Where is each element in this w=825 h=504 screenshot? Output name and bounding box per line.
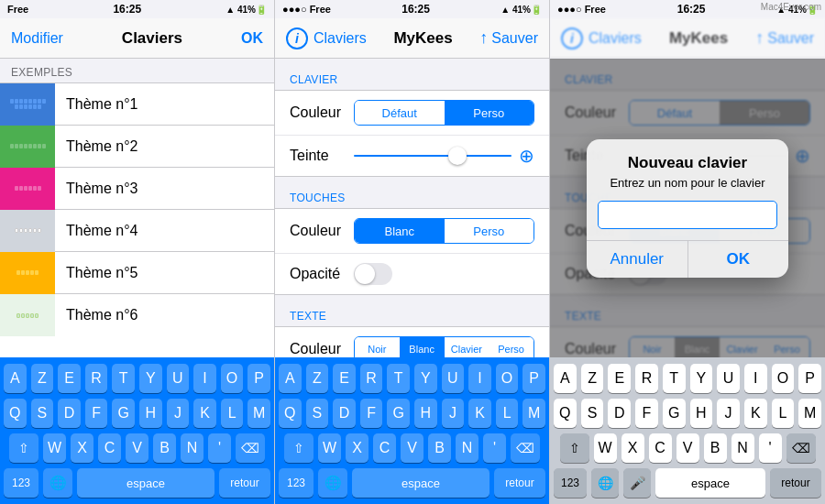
key-s-3[interactable]: S bbox=[581, 399, 604, 428]
key-d-2[interactable]: D bbox=[333, 399, 356, 428]
key-h-2[interactable]: H bbox=[414, 399, 437, 428]
couleur-clavier-segmented-2[interactable]: Défaut Perso bbox=[354, 100, 534, 126]
seg-perso-texte-2[interactable]: Perso bbox=[489, 337, 534, 357]
key-n-3[interactable]: N bbox=[732, 433, 754, 463]
key-return[interactable]: retour bbox=[219, 468, 270, 498]
key-c-2[interactable]: C bbox=[373, 433, 396, 463]
key-k-3[interactable]: K bbox=[744, 399, 767, 428]
key-shift-3[interactable]: ⇧ bbox=[560, 433, 589, 463]
key-z-3[interactable]: Z bbox=[581, 364, 604, 393]
key-p-2[interactable]: P bbox=[522, 364, 545, 393]
key-z[interactable]: Z bbox=[31, 364, 54, 393]
save-button-2[interactable]: Sauver bbox=[491, 30, 538, 47]
key-u-3[interactable]: U bbox=[717, 364, 740, 393]
couleur-touches-segmented-2[interactable]: Blanc Perso bbox=[354, 218, 534, 244]
key-b-2[interactable]: B bbox=[428, 433, 451, 463]
claviers-link-3[interactable]: Claviers bbox=[588, 30, 642, 47]
key-k[interactable]: K bbox=[193, 399, 216, 428]
key-u-2[interactable]: U bbox=[442, 364, 465, 393]
seg-blanc-2[interactable]: Blanc bbox=[355, 219, 445, 243]
key-a-3[interactable]: A bbox=[554, 364, 577, 393]
seg-blanc-texte-2[interactable]: Blanc bbox=[400, 337, 445, 357]
list-item[interactable]: Thème n°5 bbox=[0, 252, 274, 294]
share-button-3[interactable]: ↑ bbox=[755, 28, 764, 48]
key-g-3[interactable]: G bbox=[663, 399, 686, 428]
key-m-2[interactable]: M bbox=[522, 399, 545, 428]
key-globe-3[interactable]: 🌐 bbox=[591, 468, 619, 498]
key-p-3[interactable]: P bbox=[798, 364, 821, 393]
key-a-2[interactable]: A bbox=[279, 364, 302, 393]
key-apos-2[interactable]: ' bbox=[483, 433, 506, 463]
key-s[interactable]: S bbox=[31, 399, 54, 428]
key-o[interactable]: O bbox=[221, 364, 244, 393]
key-shift-2[interactable]: ⇧ bbox=[284, 433, 314, 463]
key-w-2[interactable]: W bbox=[318, 433, 341, 463]
key-v-2[interactable]: V bbox=[401, 433, 424, 463]
key-shift[interactable]: ⇧ bbox=[9, 433, 38, 463]
key-backspace-3[interactable]: ⌫ bbox=[786, 433, 816, 463]
key-123-2[interactable]: 123 bbox=[279, 468, 314, 498]
couleur-texte-segmented-2[interactable]: Noir Blanc Clavier Perso bbox=[354, 336, 534, 357]
opacite-toggle-2[interactable] bbox=[354, 263, 392, 285]
key-123-3[interactable]: 123 bbox=[554, 468, 587, 498]
key-y-2[interactable]: Y bbox=[414, 364, 437, 393]
key-w-3[interactable]: W bbox=[594, 433, 617, 463]
ok-button-1[interactable]: OK bbox=[241, 30, 263, 47]
key-o-3[interactable]: O bbox=[772, 364, 795, 393]
key-t-2[interactable]: T bbox=[387, 364, 410, 393]
key-c-3[interactable]: C bbox=[649, 433, 672, 463]
key-t-3[interactable]: T bbox=[663, 364, 686, 393]
key-r-3[interactable]: R bbox=[635, 364, 658, 393]
key-b[interactable]: B bbox=[153, 433, 176, 463]
key-return-2[interactable]: retour bbox=[494, 468, 545, 498]
key-123[interactable]: 123 bbox=[4, 468, 38, 498]
key-f-2[interactable]: F bbox=[360, 399, 383, 428]
key-i-2[interactable]: I bbox=[468, 364, 491, 393]
key-g[interactable]: G bbox=[112, 399, 135, 428]
key-h-3[interactable]: H bbox=[690, 399, 713, 428]
list-item[interactable]: Thème n°2 bbox=[0, 126, 274, 168]
key-x-3[interactable]: X bbox=[622, 433, 644, 463]
teinte-slider-2[interactable]: ⊕ bbox=[354, 145, 534, 167]
key-i[interactable]: I bbox=[193, 364, 216, 393]
seg-perso-touches-2[interactable]: Perso bbox=[445, 219, 534, 243]
list-item[interactable]: Thème n°1 bbox=[0, 83, 274, 126]
key-backspace[interactable]: ⌫ bbox=[236, 433, 265, 463]
key-b-3[interactable]: B bbox=[704, 433, 727, 463]
key-i-3[interactable]: I bbox=[744, 364, 767, 393]
key-k-2[interactable]: K bbox=[468, 399, 491, 428]
key-globe[interactable]: 🌐 bbox=[43, 468, 72, 498]
key-backspace-2[interactable]: ⌫ bbox=[511, 433, 540, 463]
claviers-link-2[interactable]: Claviers bbox=[314, 30, 367, 47]
key-q-2[interactable]: Q bbox=[279, 399, 302, 428]
key-e-3[interactable]: E bbox=[608, 364, 631, 393]
key-apos[interactable]: ' bbox=[208, 433, 231, 463]
key-e-2[interactable]: E bbox=[333, 364, 356, 393]
slider-add-2[interactable]: ⊕ bbox=[519, 145, 534, 167]
list-item[interactable]: Thème n°6 bbox=[0, 294, 274, 336]
key-x-2[interactable]: X bbox=[346, 433, 368, 463]
key-r[interactable]: R bbox=[85, 364, 108, 393]
key-z-2[interactable]: Z bbox=[306, 364, 329, 393]
key-t[interactable]: T bbox=[112, 364, 135, 393]
key-y-3[interactable]: Y bbox=[690, 364, 713, 393]
key-w[interactable]: W bbox=[43, 433, 66, 463]
key-r-2[interactable]: R bbox=[360, 364, 383, 393]
key-y[interactable]: Y bbox=[139, 364, 162, 393]
key-j[interactable]: J bbox=[167, 399, 190, 428]
key-space[interactable]: espace bbox=[77, 468, 214, 498]
dialog-annuler-button[interactable]: Annuler bbox=[587, 241, 688, 278]
key-n[interactable]: N bbox=[181, 433, 204, 463]
key-q[interactable]: Q bbox=[4, 399, 27, 428]
key-v[interactable]: V bbox=[126, 433, 148, 463]
list-item[interactable]: Thème n°3 bbox=[0, 168, 274, 210]
key-l-3[interactable]: L bbox=[772, 399, 795, 428]
key-c[interactable]: C bbox=[98, 433, 121, 463]
key-x[interactable]: X bbox=[71, 433, 94, 463]
modifier-button[interactable]: Modifier bbox=[11, 30, 63, 47]
key-e[interactable]: E bbox=[58, 364, 81, 393]
key-f-3[interactable]: F bbox=[635, 399, 658, 428]
key-g-2[interactable]: G bbox=[387, 399, 410, 428]
seg-clavier-2[interactable]: Clavier bbox=[445, 337, 490, 357]
key-n-2[interactable]: N bbox=[456, 433, 478, 463]
